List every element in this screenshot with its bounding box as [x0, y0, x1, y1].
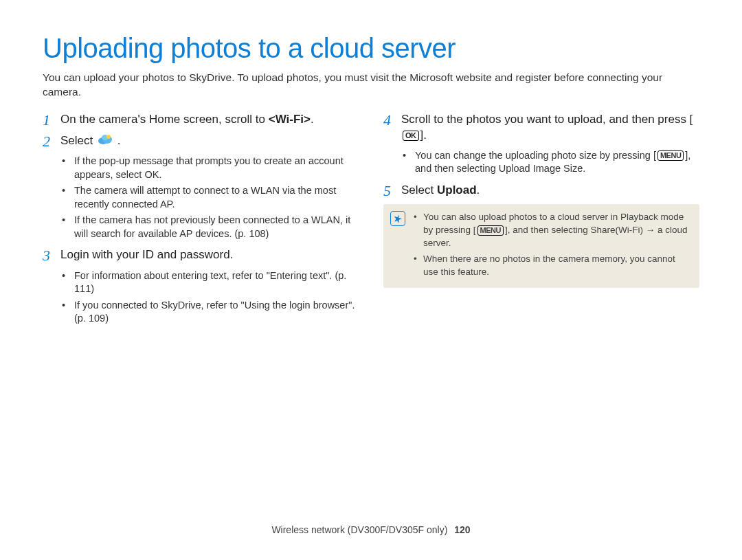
step4-text-a: Scroll to the photos you want to upload,… — [401, 113, 693, 126]
step-5: 5 Select Upload. — [383, 183, 699, 199]
sub-text: If the camera has not previously been co… — [74, 214, 359, 240]
step-3: 3 Login with your ID and password. — [43, 247, 359, 263]
step3-sublist: • For information about entering text, r… — [62, 269, 359, 326]
cloud-icon — [98, 133, 113, 149]
bullet-icon: • — [62, 299, 67, 326]
step1-text-a: On the camera's Home screen, scroll to — [60, 113, 269, 126]
step2-text-a: Select — [60, 134, 96, 147]
note-text-b: ], and then selecting — [505, 225, 591, 235]
step-number: 4 — [383, 112, 394, 144]
bullet-icon: • — [62, 184, 67, 211]
step-number: 3 — [43, 247, 54, 263]
note-item: • You can also upload photos to a cloud … — [414, 211, 690, 250]
step-body: Select . — [60, 133, 359, 149]
step-2: 2 Select . — [43, 133, 359, 149]
list-item: • If the camera has not previously been … — [62, 214, 359, 240]
page-number: 120 — [454, 524, 470, 535]
bullet-icon: • — [403, 149, 408, 176]
step-4: 4 Scroll to the photos you want to uploa… — [383, 112, 699, 144]
share-wifi-label: Share(Wi-Fi) — [591, 225, 644, 235]
list-item: • If you connected to SkyDrive, refer to… — [62, 299, 359, 326]
step2-sublist: • If the pop-up message that prompts you… — [62, 155, 359, 240]
step-number: 5 — [383, 183, 394, 199]
list-item: • You can change the uploading photo siz… — [403, 149, 699, 176]
bullet-icon: • — [62, 269, 67, 296]
step-body: Login with your ID and password. — [60, 247, 359, 263]
sub-text-c: . — [583, 163, 585, 174]
page-footer: Wireless network (DV300F/DV305F only) 12… — [0, 524, 742, 535]
menu-button-icon: MENU — [657, 150, 684, 161]
arrow-icon: → — [646, 225, 655, 235]
step1-text-b: . — [311, 113, 314, 126]
bullet-icon: • — [414, 253, 418, 279]
list-item: • If the pop-up message that prompts you… — [62, 155, 359, 181]
bullet-icon: • — [414, 211, 418, 250]
sub-text-a: You can change the uploading photo size … — [415, 150, 656, 161]
sub-text: If the pop-up message that prompts you t… — [74, 155, 344, 180]
menu-button-icon: MENU — [477, 225, 504, 236]
ok-label: OK — [144, 169, 159, 180]
step-number: 2 — [43, 133, 54, 149]
step-body: Scroll to the photos you want to upload,… — [401, 112, 699, 144]
list-item: • The camera will attempt to connect to … — [62, 184, 359, 211]
step-body: On the camera's Home screen, scroll to <… — [60, 112, 359, 128]
sub-text-b: . — [159, 169, 161, 180]
upload-label: Upload — [437, 183, 477, 197]
step2-text-b: . — [117, 134, 121, 147]
footer-section: Wireless network (DV300F/DV305F only) — [271, 524, 447, 535]
upload-image-size-label: Upload Image Size — [499, 163, 583, 174]
note-icon — [390, 211, 405, 226]
step4-sublist: • You can change the uploading photo siz… — [403, 149, 699, 176]
note-text: When there are no photos in the camera m… — [423, 253, 690, 279]
step4-text-b: ]. — [420, 128, 427, 142]
content-columns: 1 On the camera's Home screen, scroll to… — [43, 112, 699, 333]
right-column: 4 Scroll to the photos you want to uploa… — [383, 112, 699, 333]
list-item: • For information about entering text, r… — [62, 269, 359, 296]
step5-text-b: . — [477, 183, 480, 197]
bullet-icon: • — [62, 155, 67, 181]
step-1: 1 On the camera's Home screen, scroll to… — [43, 112, 359, 128]
wifi-label: <Wi-Fi> — [269, 113, 311, 126]
sub-text: The camera will attempt to connect to a … — [74, 184, 359, 211]
svg-point-3 — [106, 135, 111, 139]
ok-button-icon: OK — [403, 131, 419, 141]
step-number: 1 — [43, 112, 54, 128]
intro-text: You can upload your photos to SkyDrive. … — [43, 71, 699, 100]
note-item: • When there are no photos in the camera… — [414, 253, 690, 279]
left-column: 1 On the camera's Home screen, scroll to… — [43, 112, 359, 333]
page-title: Uploading photos to a cloud server — [43, 33, 699, 64]
sub-text: If you connected to SkyDrive, refer to "… — [74, 299, 359, 326]
sub-text: For information about entering text, ref… — [74, 269, 359, 296]
step-body: Select Upload. — [401, 183, 699, 199]
step5-text-a: Select — [401, 183, 437, 197]
note-box: • You can also upload photos to a cloud … — [383, 204, 699, 288]
bullet-icon: • — [62, 214, 67, 240]
